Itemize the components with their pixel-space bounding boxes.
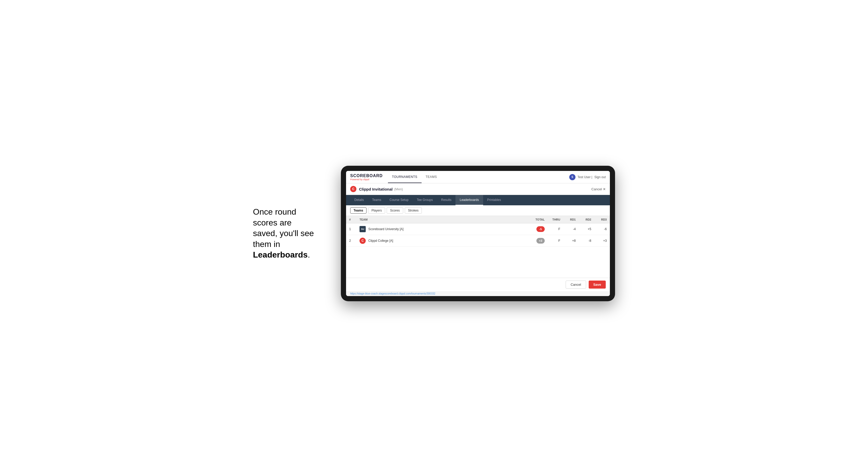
team-name: Clippd College [A] <box>368 239 393 243</box>
save-button[interactable]: Save <box>589 281 606 288</box>
score-badge: -5 <box>536 226 545 232</box>
team-logo: SU <box>360 226 366 232</box>
logo-area: SCOREBOARD Powered by clippd <box>350 174 383 181</box>
content-spacer <box>346 247 610 278</box>
highlight-text: Leaderboards <box>253 250 308 259</box>
filter-teams-button[interactable]: Teams <box>350 207 367 214</box>
rd2-cell: -8 <box>579 235 594 247</box>
filter-scores-button[interactable]: Scores <box>387 207 403 214</box>
user-avatar: S <box>569 174 576 180</box>
team-name-cell: SU Scoreboard University [A] <box>356 223 527 235</box>
tournament-title: Clippd Invitational <box>359 187 393 191</box>
cancel-tournament-button[interactable]: Cancel ✕ <box>591 187 606 191</box>
team-logo: C <box>360 238 366 244</box>
col-rank: # <box>346 216 356 223</box>
total-score-cell: -5 <box>527 223 548 235</box>
filter-row: Teams Players Scores Strokes <box>346 205 610 216</box>
logo-sub: Powered by clippd <box>350 178 383 181</box>
cancel-button[interactable]: Cancel <box>566 281 586 288</box>
filter-strokes-button[interactable]: Strokes <box>405 207 422 214</box>
score-badge: +3 <box>536 238 545 244</box>
close-icon: ✕ <box>603 187 606 191</box>
sign-out-link[interactable]: Sign out <box>594 175 606 179</box>
tab-leaderboards[interactable]: Leaderboards <box>456 195 483 205</box>
rank-cell: 2 <box>346 235 356 247</box>
rd1-cell: -4 <box>563 223 579 235</box>
tab-details[interactable]: Details <box>350 195 368 205</box>
thru-cell: F <box>548 235 563 247</box>
page-wrapper: Once roundscores aresaved, you'll seethe… <box>253 166 615 301</box>
tournament-header: C Clippd Invitational (Men) Cancel ✕ <box>346 183 610 195</box>
rank-cell: 1 <box>346 223 356 235</box>
rd1-cell: +8 <box>563 235 579 247</box>
tablet-screen: SCOREBOARD Powered by clippd TOURNAMENTS… <box>346 171 610 296</box>
logo-text: SCOREBOARD <box>350 174 383 178</box>
left-text-block: Once roundscores aresaved, you'll seethe… <box>253 207 326 260</box>
leaderboard-table: # TEAM TOTAL THRU RD1 RD2 RD3 1 <box>346 216 610 247</box>
app-bar-right: S Test User | Sign out <box>569 174 606 180</box>
total-score-cell: +3 <box>527 235 548 247</box>
table-row: 1 SU Scoreboard University [A] -5 <box>346 223 610 235</box>
tab-results[interactable]: Results <box>437 195 456 205</box>
tournament-icon: C <box>350 186 356 192</box>
tab-tee-groups[interactable]: Tee Groups <box>412 195 437 205</box>
tab-course-setup[interactable]: Course Setup <box>385 195 412 205</box>
team-name: Scoreboard University [A] <box>368 227 403 231</box>
bottom-bar: Cancel Save <box>346 278 610 291</box>
punctuation: . <box>308 250 310 259</box>
col-rd2: RD2 <box>579 216 594 223</box>
col-team: TEAM <box>356 216 527 223</box>
nav-tab-tournaments[interactable]: TOURNAMENTS <box>388 171 422 183</box>
rd2-cell: +5 <box>579 223 594 235</box>
intro-text: Once roundscores aresaved, you'll seethe… <box>253 207 314 259</box>
status-bar: https://stage-blue-coach.stagescoreboard… <box>346 291 610 296</box>
table-row: 2 C Clippd College [A] +3 <box>346 235 610 247</box>
col-rd3: RD3 <box>594 216 610 223</box>
tab-printables[interactable]: Printables <box>483 195 505 205</box>
nav-tab-teams[interactable]: TEAMS <box>422 171 441 183</box>
user-name: Test User | <box>578 175 592 179</box>
status-url: https://stage-blue-coach.stagescoreboard… <box>350 292 435 295</box>
app-bar: SCOREBOARD Powered by clippd TOURNAMENTS… <box>346 171 610 183</box>
filter-players-button[interactable]: Players <box>368 207 385 214</box>
tab-teams[interactable]: Teams <box>368 195 385 205</box>
main-nav: TOURNAMENTS TEAMS <box>388 171 441 183</box>
thru-cell: F <box>548 223 563 235</box>
team-name-cell: C Clippd College [A] <box>356 235 527 247</box>
col-total: TOTAL <box>527 216 548 223</box>
rd3-cell: -6 <box>594 223 610 235</box>
col-rd1: RD1 <box>563 216 579 223</box>
table-header-row: # TEAM TOTAL THRU RD1 RD2 RD3 <box>346 216 610 223</box>
tablet-frame: SCOREBOARD Powered by clippd TOURNAMENTS… <box>341 166 615 301</box>
rd3-cell: +3 <box>594 235 610 247</box>
tab-nav: Details Teams Course Setup Tee Groups Re… <box>346 195 610 205</box>
col-thru: THRU <box>548 216 563 223</box>
tournament-subtitle: (Men) <box>394 187 403 191</box>
clippd-brand: clippd <box>363 178 369 181</box>
